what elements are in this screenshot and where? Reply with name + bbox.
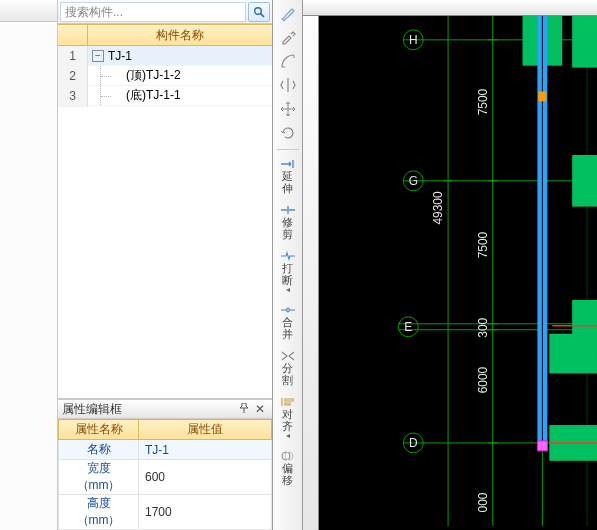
split-tool[interactable]: 分 割 <box>276 347 300 391</box>
grid-H: H <box>403 30 597 50</box>
gutter-head <box>0 0 57 22</box>
search-bar <box>58 0 272 24</box>
property-header-val: 属性值 <box>139 420 272 440</box>
tree-title: 构件名称 <box>88 25 272 45</box>
separator <box>277 149 299 150</box>
split-icon <box>280 350 296 362</box>
tree-item-label: (顶)TJ-1-2 <box>126 67 181 84</box>
tool-label: 延 <box>282 170 293 182</box>
svg-text:H: H <box>409 33 418 47</box>
search-button[interactable] <box>248 2 270 22</box>
property-row[interactable]: 宽度（mm） 600 <box>59 460 272 495</box>
row-number: 2 <box>58 66 88 87</box>
svg-text:G: G <box>409 174 418 188</box>
join-tool[interactable]: 合 并 <box>276 301 300 345</box>
trim-tool[interactable]: 修 剪 <box>276 201 300 245</box>
tree-item-label: TJ-1 <box>108 49 132 63</box>
tree-branch-icon <box>100 66 120 85</box>
tool-label: 剪 <box>282 228 293 240</box>
svg-line-1 <box>261 13 264 16</box>
grid-G: G <box>403 171 597 191</box>
svg-text:300: 300 <box>476 317 490 337</box>
tree-row[interactable]: 2 (顶)TJ-1-2 <box>58 66 272 86</box>
tool-label: 割 <box>282 374 293 386</box>
dim-49300: 49300 <box>431 16 453 526</box>
brush-icon <box>280 5 296 21</box>
property-val[interactable]: TJ-1 <box>139 440 272 460</box>
cad-canvas[interactable]: H G E D <box>303 0 597 530</box>
dropdown-icon: ◂ <box>286 432 290 440</box>
property-row[interactable]: 名称 TJ-1 <box>59 440 272 460</box>
tool-label: 移 <box>282 474 293 486</box>
dropper-tool[interactable] <box>276 26 300 48</box>
align-tool[interactable]: 对 齐 ◂ <box>276 393 300 445</box>
row-number-header <box>58 25 88 45</box>
svg-text:49300: 49300 <box>431 191 445 224</box>
extend-icon <box>280 158 296 170</box>
left-ruler <box>303 16 319 530</box>
gutter-body <box>0 22 57 530</box>
property-val[interactable]: 1700 <box>139 495 272 530</box>
property-header-row: 属性名称 属性值 <box>59 420 272 440</box>
component-tree[interactable]: 1 − TJ-1 2 (顶)TJ-1-2 3 (底)TJ-1-1 <box>58 46 272 399</box>
offset-tool[interactable]: 偏 移 <box>276 447 300 491</box>
svg-point-3 <box>285 452 293 460</box>
tool-label: 伸 <box>282 182 293 194</box>
svg-point-2 <box>282 452 290 460</box>
svg-text:000: 000 <box>476 492 490 512</box>
svg-rect-23 <box>549 334 597 374</box>
offset-icon <box>280 450 296 462</box>
arc-tool[interactable] <box>276 50 300 72</box>
rotate-tool[interactable] <box>276 122 300 144</box>
svg-rect-30 <box>537 441 547 451</box>
brush-tool[interactable] <box>276 2 300 24</box>
svg-point-0 <box>255 7 262 14</box>
search-input[interactable] <box>60 2 246 22</box>
mirror-tool[interactable] <box>276 74 300 96</box>
tool-label: 打 <box>282 262 293 274</box>
tree-row[interactable]: 1 − TJ-1 <box>58 46 272 66</box>
move-tool[interactable] <box>276 98 300 120</box>
row-number: 1 <box>58 46 88 67</box>
collapse-toggle[interactable]: − <box>92 50 104 62</box>
mirror-icon <box>280 77 296 93</box>
svg-text:D: D <box>409 436 418 450</box>
left-gutter <box>0 0 58 530</box>
property-header-key: 属性名称 <box>59 420 139 440</box>
top-ruler <box>303 0 597 16</box>
svg-text:6000: 6000 <box>476 366 490 393</box>
trim-icon <box>280 204 296 216</box>
move-icon <box>280 101 296 117</box>
break-tool[interactable]: 打 断 ◂ <box>276 247 300 299</box>
svg-text:7500: 7500 <box>476 231 490 258</box>
pin-icon[interactable] <box>236 402 252 416</box>
property-table: 属性名称 属性值 名称 TJ-1 宽度（mm） 600 高度（mm） 1700 <box>58 419 272 530</box>
property-key: 名称 <box>59 440 139 460</box>
dropdown-icon: ◂ <box>286 286 290 294</box>
cad-drawing: H G E D <box>319 16 597 526</box>
row-number: 3 <box>58 86 88 107</box>
tree-item-label: (底)TJ-1-1 <box>126 87 181 104</box>
arc-icon <box>280 53 296 69</box>
break-icon <box>280 250 296 262</box>
tree-row[interactable]: 3 (底)TJ-1-1 <box>58 86 272 106</box>
join-icon <box>280 304 296 316</box>
tool-label: 偏 <box>282 462 293 474</box>
property-val[interactable]: 600 <box>139 460 272 495</box>
tool-label: 并 <box>282 328 293 340</box>
close-icon[interactable]: ✕ <box>252 402 268 416</box>
extend-tool[interactable]: 延 伸 <box>276 155 300 199</box>
svg-rect-29 <box>538 91 546 101</box>
property-panel-title: 属性编辑框 <box>62 401 236 418</box>
tool-label: 对 <box>282 408 293 420</box>
svg-rect-20 <box>572 16 597 68</box>
rotate-icon <box>280 125 296 141</box>
grid-E: E <box>398 317 597 337</box>
tool-label: 修 <box>282 216 293 228</box>
property-panel-title-bar: 属性编辑框 ✕ <box>58 399 272 419</box>
property-panel: 属性编辑框 ✕ 属性名称 属性值 名称 TJ-1 宽度（mm） 600 <box>58 399 272 530</box>
svg-text:E: E <box>404 320 412 334</box>
tree-branch-icon <box>100 86 120 105</box>
property-row[interactable]: 高度（mm） 1700 <box>59 495 272 530</box>
search-icon <box>253 6 265 18</box>
